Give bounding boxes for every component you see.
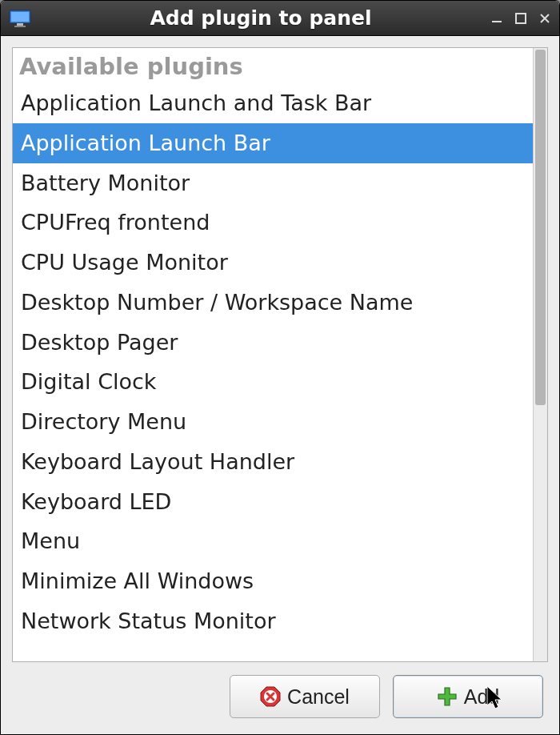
list-item[interactable]: Application Launch Bar — [13, 123, 533, 163]
button-row: Cancel Add — [12, 672, 548, 723]
list-item[interactable]: Menu — [13, 521, 533, 561]
window-title: Add plugin to panel — [39, 6, 482, 30]
list-item[interactable]: Digital Clock — [13, 362, 533, 402]
add-button[interactable]: Add — [393, 675, 543, 718]
svg-rect-1 — [11, 12, 29, 22]
list-item[interactable]: Battery Monitor — [13, 163, 533, 203]
list-item[interactable]: CPU Usage Monitor — [13, 243, 533, 283]
maximize-icon[interactable] — [514, 12, 527, 25]
list-item[interactable]: Keyboard LED — [13, 482, 533, 522]
list-item[interactable]: Keyboard Layout Handler — [13, 442, 533, 482]
add-icon — [437, 686, 458, 707]
list-item[interactable]: CPUFreq frontend — [13, 203, 533, 243]
titlebar[interactable]: Add plugin to panel — [1, 1, 559, 36]
monitor-icon — [9, 10, 31, 27]
dialog-window: Add plugin to panel Available plugins Ap… — [0, 0, 560, 735]
list-header: Available plugins — [13, 48, 533, 83]
svg-rect-2 — [17, 23, 23, 26]
minimize-icon[interactable] — [490, 12, 503, 25]
list-item[interactable]: Minimize All Windows — [13, 561, 533, 601]
scrollbar[interactable] — [533, 48, 547, 661]
cancel-button[interactable]: Cancel — [230, 675, 380, 718]
list-item[interactable]: Desktop Number / Workspace Name — [13, 283, 533, 323]
cancel-icon — [260, 686, 281, 707]
plugin-list[interactable]: Available plugins Application Launch and… — [13, 48, 533, 661]
close-icon[interactable] — [538, 12, 551, 25]
add-label: Add — [464, 685, 499, 709]
list-item[interactable]: Directory Menu — [13, 402, 533, 442]
plugin-list-frame: Available plugins Application Launch and… — [12, 47, 548, 662]
svg-rect-3 — [14, 26, 26, 27]
dialog-content: Available plugins Application Launch and… — [1, 36, 559, 734]
scrollbar-thumb[interactable] — [535, 50, 546, 405]
list-item[interactable]: Desktop Pager — [13, 323, 533, 363]
list-item[interactable]: Application Launch and Task Bar — [13, 83, 533, 123]
svg-rect-4 — [492, 21, 502, 22]
svg-rect-5 — [516, 14, 526, 23]
window-controls — [490, 12, 551, 25]
cancel-label: Cancel — [287, 685, 350, 709]
list-item[interactable]: Network Status Monitor — [13, 601, 533, 641]
